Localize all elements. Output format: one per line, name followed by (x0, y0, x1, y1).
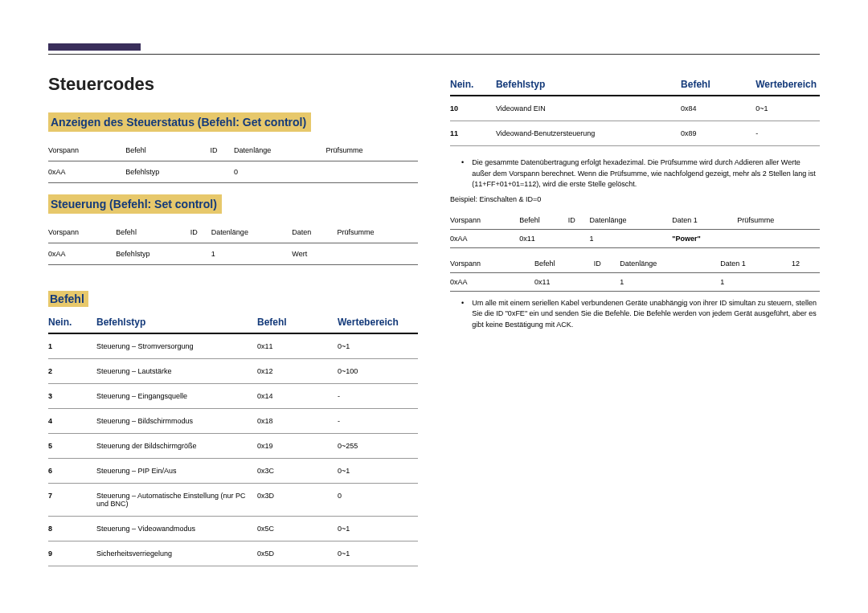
td: 1 (620, 272, 720, 291)
td: 0x14 (257, 384, 338, 409)
td: 1 (211, 243, 292, 265)
th: Befehl (534, 255, 594, 273)
command-table-right: Nein. Befehlstyp Befehl Wertebereich 10V… (450, 74, 820, 146)
td: Befehlstyp (125, 161, 210, 183)
td: 5 (48, 434, 96, 459)
td (338, 243, 418, 265)
td: 9 (48, 541, 96, 566)
power-table-2: Vorspann Befehl ID Datenlänge Daten 1 12… (450, 255, 820, 292)
th-befehlstyp: Befehlstyp (496, 74, 681, 96)
td (210, 161, 234, 183)
td (792, 272, 820, 291)
td: 0x3C (257, 459, 338, 484)
table-row: 1Steuerung – Stromversorgung0x110~1 (48, 333, 418, 359)
th-nein: Nein. (450, 74, 496, 96)
td: 0x89 (681, 121, 755, 146)
th: Datenlänge (590, 211, 673, 230)
td (326, 161, 418, 183)
td: 0x19 (257, 434, 338, 459)
td: Sicherheitsverriegelung (96, 541, 257, 566)
table-row: 10Videowand EIN0x840~1 (450, 96, 820, 121)
th: Befehl (125, 140, 210, 161)
table-row: 5Steuerung der Bildschirmgröße0x190~255 (48, 434, 418, 459)
accent-bar (48, 43, 141, 51)
top-rule (48, 54, 820, 55)
td: 0~100 (338, 359, 418, 384)
td: Steuerung – Stromversorgung (96, 333, 257, 359)
td: - (338, 409, 418, 434)
td: 0x84 (681, 96, 755, 121)
table-row: 9Sicherheitsverriegelung0x5D0~1 (48, 541, 418, 566)
set-control-table: Vorspann Befehl ID Datenlänge Daten Prüf… (48, 222, 418, 265)
td: 0 (234, 161, 326, 183)
td: Steuerung – Automatische Einstellung (nu… (96, 484, 257, 517)
td: Steuerung der Bildschirmgröße (96, 434, 257, 459)
th: Datenlänge (211, 222, 292, 243)
th-wertebereich: Wertebereich (338, 312, 418, 333)
right-column: Nein. Befehlstyp Befehl Wertebereich 10V… (450, 74, 820, 578)
note-serial-all: Um alle mit einem seriellen Kabel verbun… (450, 298, 820, 331)
th: Prüfsumme (737, 211, 820, 230)
td: Befehlstyp (116, 243, 190, 265)
table-row: 7Steuerung – Automatische Einstellung (n… (48, 484, 418, 517)
td: - (338, 384, 418, 409)
section-heading-get-control: Anzeigen des Steuerstatus (Befehl: Get c… (48, 112, 311, 132)
table-row: 2Steuerung – Lautstärke0x120~100 (48, 359, 418, 384)
td: 3 (48, 384, 96, 409)
th: Datenlänge (620, 255, 720, 273)
bullet-text: Die gesammte Datenübertragung erfolgt he… (472, 157, 820, 190)
th-befehlstyp: Befehlstyp (96, 312, 257, 333)
td: 0~1 (755, 96, 820, 121)
th: Daten 1 (720, 255, 792, 273)
td: 0x5C (257, 517, 338, 541)
th: Vorspann (450, 255, 534, 273)
td: 8 (48, 517, 96, 541)
td: 0~1 (338, 541, 418, 566)
td: Steuerung – PIP Ein/Aus (96, 459, 257, 484)
td: Videowand EIN (496, 96, 681, 121)
td: Steuerung – Videowandmodus (96, 517, 257, 541)
td: 4 (48, 409, 96, 434)
td: 0~1 (338, 459, 418, 484)
td: Steuerung – Bildschirmmodus (96, 409, 257, 434)
td: 2 (48, 359, 96, 384)
td: 6 (48, 459, 96, 484)
note-hex-checksum: Die gesammte Datenübertragung erfolgt he… (450, 157, 820, 190)
td: Videowand-Benutzersteuerung (496, 121, 681, 146)
td: 0xAA (450, 272, 534, 291)
table-row: 6Steuerung – PIP Ein/Aus0x3C0~1 (48, 459, 418, 484)
th: ID (210, 140, 234, 161)
td: Steuerung – Lautstärke (96, 359, 257, 384)
td: 0xAA (48, 161, 125, 183)
th-befehl: Befehl (257, 312, 338, 333)
table-row: 3Steuerung – Eingangsquelle0x14- (48, 384, 418, 409)
td: - (755, 121, 820, 146)
td (737, 229, 820, 247)
td: 0xAA (48, 243, 116, 265)
td: 0x11 (519, 229, 568, 247)
th-nein: Nein. (48, 312, 96, 333)
th: 12 (792, 255, 820, 273)
td: 0x11 (257, 333, 338, 359)
table-row: 8Steuerung – Videowandmodus0x5C0~1 (48, 517, 418, 541)
td (190, 243, 211, 265)
td: 0~1 (338, 333, 418, 359)
td: 10 (450, 96, 496, 121)
td: 0~255 (338, 434, 418, 459)
td: Steuerung – Eingangsquelle (96, 384, 257, 409)
td: 1 (720, 272, 792, 291)
td: 0~1 (338, 517, 418, 541)
td: 11 (450, 121, 496, 146)
th: Vorspann (450, 211, 519, 230)
section-heading-befehl: Befehl (48, 291, 88, 307)
td (568, 229, 590, 247)
th: ID (190, 222, 211, 243)
td: 7 (48, 484, 96, 517)
table-row: 4Steuerung – Bildschirmmodus0x18- (48, 409, 418, 434)
td: 0 (338, 484, 418, 517)
power-table-1: Vorspann Befehl ID Datenlänge Daten 1 Pr… (450, 211, 820, 248)
page-columns: Steuercodes Anzeigen des Steuerstatus (B… (48, 74, 820, 578)
table-row: 11Videowand-Benutzersteuerung0x89- (450, 121, 820, 146)
td: 0x5D (257, 541, 338, 566)
th-befehl: Befehl (681, 74, 755, 96)
